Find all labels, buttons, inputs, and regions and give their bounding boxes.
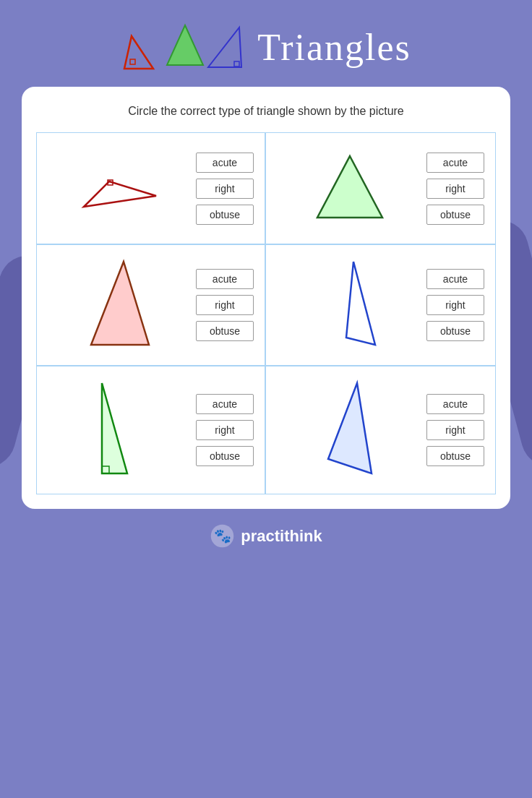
svg-marker-2 bbox=[167, 25, 203, 65]
exercise-grid: acute right obtuse acute right obtuse bbox=[36, 132, 496, 494]
option-1-obtuse[interactable]: obtuse bbox=[196, 205, 254, 225]
options-5: acute right obtuse bbox=[196, 394, 254, 466]
main-card: Circle the correct type of triangle show… bbox=[22, 87, 510, 509]
option-6-obtuse[interactable]: obtuse bbox=[426, 446, 484, 466]
cell-1: acute right obtuse bbox=[37, 133, 266, 245]
option-6-right[interactable]: right bbox=[426, 420, 484, 440]
svg-marker-9 bbox=[346, 262, 375, 345]
options-4: acute right obtuse bbox=[426, 269, 484, 341]
blue-obtuse-triangle-icon bbox=[314, 258, 386, 352]
header-green-triangle-icon bbox=[166, 22, 205, 72]
svg-marker-5 bbox=[84, 181, 156, 207]
option-2-acute[interactable]: acute bbox=[426, 153, 484, 173]
footer: 🐾 practithink bbox=[0, 509, 532, 563]
svg-marker-10 bbox=[102, 383, 127, 473]
triangle-area-6 bbox=[273, 379, 426, 481]
options-1: acute right obtuse bbox=[196, 153, 254, 225]
pink-acute-triangle-icon bbox=[84, 258, 156, 352]
option-3-acute[interactable]: acute bbox=[196, 269, 254, 289]
option-6-acute[interactable]: acute bbox=[426, 394, 484, 414]
option-3-right[interactable]: right bbox=[196, 295, 254, 315]
triangle-area-3 bbox=[44, 258, 196, 352]
svg-marker-12 bbox=[328, 383, 372, 473]
cell-4: acute right obtuse bbox=[266, 245, 495, 366]
option-3-obtuse[interactable]: obtuse bbox=[196, 321, 254, 341]
svg-rect-4 bbox=[234, 61, 239, 66]
header-icons bbox=[121, 22, 243, 72]
options-2: acute right obtuse bbox=[426, 153, 484, 225]
option-2-obtuse[interactable]: obtuse bbox=[426, 205, 484, 225]
page-title: Triangles bbox=[257, 26, 411, 69]
cell-2: acute right obtuse bbox=[266, 133, 495, 245]
svg-marker-7 bbox=[317, 156, 382, 218]
option-4-acute[interactable]: acute bbox=[426, 269, 484, 289]
brand-name: practithink bbox=[241, 527, 322, 546]
option-2-right[interactable]: right bbox=[426, 179, 484, 199]
header-red-triangle-icon bbox=[121, 22, 164, 72]
triangle-area-5 bbox=[44, 379, 196, 481]
option-5-obtuse[interactable]: obtuse bbox=[196, 446, 254, 466]
brand-logo-icon: 🐾 bbox=[210, 523, 235, 549]
triangle-area-1 bbox=[44, 160, 196, 218]
option-4-right[interactable]: right bbox=[426, 295, 484, 315]
header: Triangles bbox=[0, 0, 532, 87]
svg-text:🐾: 🐾 bbox=[214, 528, 232, 544]
cell-5: acute right obtuse bbox=[37, 366, 266, 494]
option-5-acute[interactable]: acute bbox=[196, 394, 254, 414]
instruction-text: Circle the correct type of triangle show… bbox=[36, 105, 496, 118]
blue-obtuse-triangle-2-icon bbox=[314, 379, 386, 481]
options-3: acute right obtuse bbox=[196, 269, 254, 341]
svg-marker-0 bbox=[124, 36, 153, 69]
option-1-right[interactable]: right bbox=[196, 179, 254, 199]
triangle-area-4 bbox=[273, 258, 426, 352]
cell-6: acute right obtuse bbox=[266, 366, 495, 494]
option-1-acute[interactable]: acute bbox=[196, 153, 254, 173]
option-4-obtuse[interactable]: obtuse bbox=[426, 321, 484, 341]
svg-rect-1 bbox=[130, 59, 135, 64]
red-obtuse-triangle-icon bbox=[80, 160, 160, 218]
triangle-area-2 bbox=[273, 153, 426, 225]
svg-marker-8 bbox=[91, 262, 149, 345]
green-right-triangle-icon bbox=[91, 379, 149, 481]
option-5-right[interactable]: right bbox=[196, 420, 254, 440]
cell-3: acute right obtuse bbox=[37, 245, 266, 366]
options-6: acute right obtuse bbox=[426, 394, 484, 466]
green-acute-triangle-icon bbox=[310, 153, 390, 225]
header-blue-triangle-icon bbox=[207, 24, 243, 71]
